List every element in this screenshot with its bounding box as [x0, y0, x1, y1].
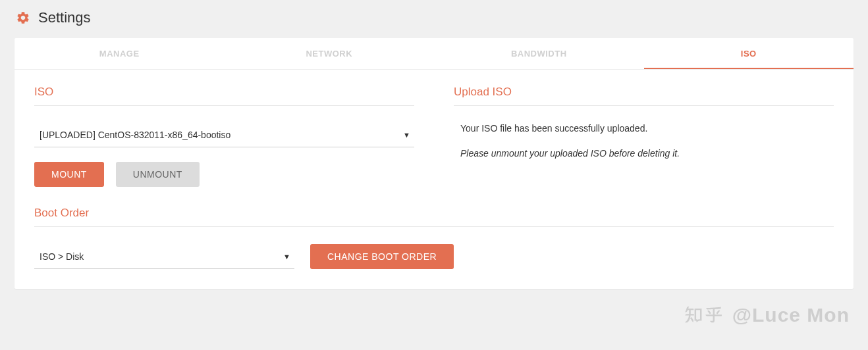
- page-header: Settings: [0, 0, 868, 38]
- upload-section-title: Upload ISO: [454, 86, 834, 106]
- boot-order-select-value: ISO > Disk: [34, 245, 294, 268]
- settings-card: MANAGE NETWORK BANDWIDTH ISO ISO [UPLOAD…: [14, 38, 854, 289]
- gear-icon: [16, 11, 30, 25]
- iso-column: ISO [UPLOADED] CentOS-832011-x86_64-boot…: [34, 86, 414, 187]
- tab-iso[interactable]: ISO: [644, 38, 854, 69]
- iso-content: ISO [UPLOADED] CentOS-832011-x86_64-boot…: [14, 70, 854, 207]
- iso-button-row: MOUNT UNMOUNT: [34, 162, 414, 187]
- tab-manage[interactable]: MANAGE: [14, 38, 225, 69]
- boot-order-row: ISO > Disk ▼ CHANGE BOOT ORDER: [34, 244, 834, 269]
- iso-section-title: ISO: [34, 86, 414, 106]
- upload-note: Please unmount your uploaded ISO before …: [454, 148, 834, 159]
- tab-network[interactable]: NETWORK: [225, 38, 435, 69]
- upload-column: Upload ISO Your ISO file has been succes…: [454, 86, 834, 187]
- boot-order-section: Boot Order ISO > Disk ▼ CHANGE BOOT ORDE…: [14, 207, 854, 289]
- iso-select[interactable]: [UPLOADED] CentOS-832011-x86_64-bootiso …: [34, 123, 414, 147]
- upload-success-message: Your ISO file has been successfully uplo…: [454, 123, 834, 134]
- boot-order-title: Boot Order: [34, 207, 834, 227]
- tab-bandwidth[interactable]: BANDWIDTH: [434, 38, 644, 69]
- change-boot-order-button[interactable]: CHANGE BOOT ORDER: [310, 244, 454, 269]
- unmount-button[interactable]: UNMOUNT: [116, 162, 200, 187]
- tabs: MANAGE NETWORK BANDWIDTH ISO: [14, 38, 854, 70]
- mount-button[interactable]: MOUNT: [34, 162, 104, 187]
- iso-select-value: [UPLOADED] CentOS-832011-x86_64-bootiso: [34, 123, 414, 147]
- page-title: Settings: [38, 9, 91, 26]
- boot-order-select[interactable]: ISO > Disk ▼: [34, 245, 294, 269]
